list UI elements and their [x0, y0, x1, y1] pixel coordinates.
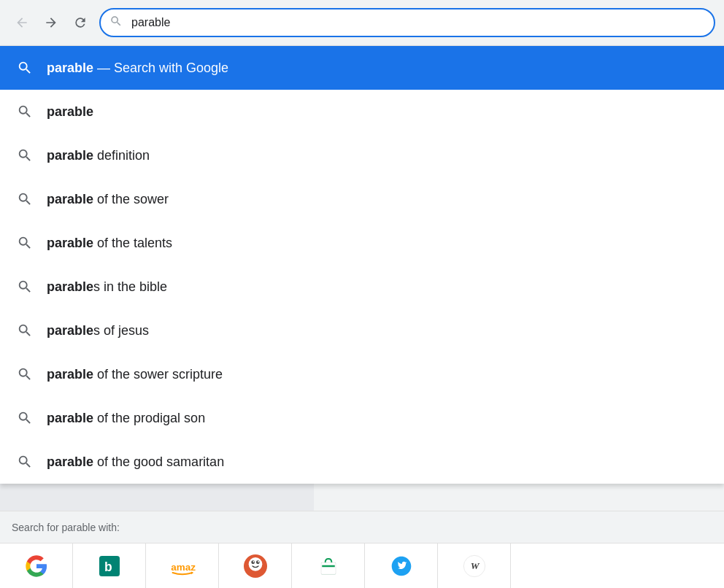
search-icon-2: [12, 186, 38, 212]
dropdown-item-3[interactable]: parable of the talents: [0, 221, 724, 265]
svg-rect-13: [322, 565, 335, 567]
dropdown-item-text-8: parable of the good samaritan: [47, 454, 224, 470]
dropdown-item-6[interactable]: parable of the sower scripture: [0, 352, 724, 396]
bottom-search-bar: Search for parable with:: [0, 511, 724, 543]
search-icon-8: [12, 449, 38, 475]
twitter-search-btn[interactable]: [365, 543, 438, 589]
wikipedia-search-btn[interactable]: W: [438, 543, 511, 589]
dropdown-item[interactable]: parable: [0, 90, 724, 134]
svg-text:b: b: [104, 560, 112, 574]
bottom-search-label: Search for parable with:: [12, 522, 120, 533]
svg-point-8: [253, 561, 254, 562]
svg-rect-12: [321, 562, 336, 574]
search-engines-bar: b amazon: [0, 543, 724, 588]
back-button[interactable]: [9, 9, 35, 36]
shopping-search-btn[interactable]: [292, 543, 365, 589]
search-icon-6: [12, 361, 38, 387]
address-bar-search-icon: [109, 15, 123, 31]
nav-buttons: [9, 9, 93, 36]
dropdown-item-text-0: parable: [47, 104, 93, 120]
dropdown-item-text-7: parable of the prodigal son: [47, 411, 205, 426]
dropdown-highlighted-text: parable — Search with Google: [47, 61, 228, 76]
svg-text:amazon: amazon: [171, 562, 196, 573]
svg-point-10: [258, 561, 259, 562]
svg-text:W: W: [470, 560, 480, 571]
dropdown-item-text-1: parable definition: [47, 148, 150, 163]
dropdown-item-text-5: parables of jesus: [47, 323, 149, 339]
duckduckgo-search-btn[interactable]: [219, 543, 292, 589]
address-input[interactable]: [99, 8, 715, 37]
search-icon-0: [12, 98, 38, 125]
dropdown-item-text-6: parable of the sower scripture: [47, 367, 223, 382]
search-icon-5: [12, 317, 38, 344]
dropdown-item-text-4: parables in the bible: [47, 279, 167, 295]
search-icon-7: [12, 405, 38, 431]
reload-button[interactable]: [67, 9, 93, 36]
dropdown-item-text-2: parable of the sower: [47, 192, 169, 207]
address-bar-container: [99, 8, 715, 37]
bing-search-btn[interactable]: b: [73, 543, 146, 589]
search-dropdown: parable — Search with Google parable par…: [0, 45, 724, 484]
dropdown-item-text-3: parable of the talents: [47, 236, 172, 251]
search-icon-1: [12, 142, 38, 169]
dropdown-item-5[interactable]: parables of jesus: [0, 309, 724, 352]
dropdown-item-8[interactable]: parable of the good samaritan: [0, 440, 724, 484]
search-icon-4: [12, 274, 38, 300]
dropdown-item-highlighted[interactable]: parable — Search with Google: [0, 46, 724, 90]
dropdown-item-4[interactable]: parables in the bible: [0, 265, 724, 309]
amazon-search-btn[interactable]: amazon: [146, 543, 219, 589]
search-icon-highlighted: [12, 55, 38, 81]
svg-point-6: [248, 557, 262, 571]
search-icon-3: [12, 230, 38, 256]
dropdown-item-1[interactable]: parable definition: [0, 134, 724, 177]
dropdown-item-7[interactable]: parable of the prodigal son: [0, 396, 724, 440]
forward-button[interactable]: [38, 9, 64, 36]
dropdown-item-2[interactable]: parable of the sower: [0, 177, 724, 221]
browser-toolbar: [0, 0, 724, 45]
google-search-btn[interactable]: [0, 543, 73, 589]
